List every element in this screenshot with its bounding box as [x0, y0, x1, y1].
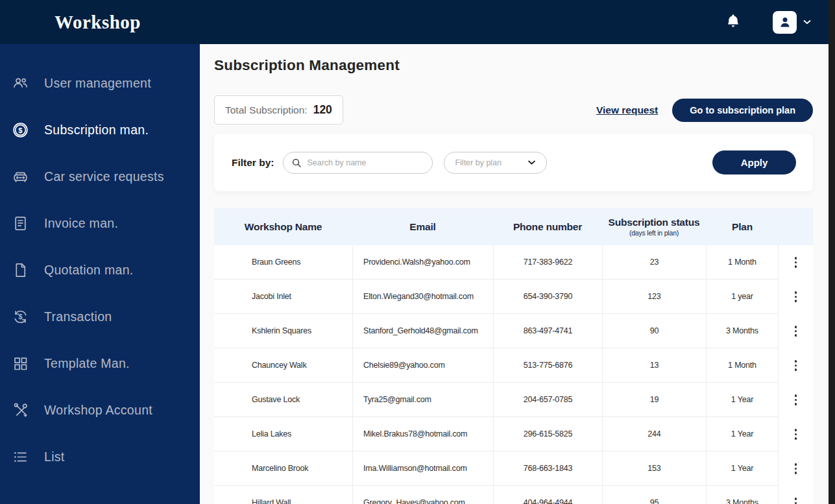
- total-subscription-value: 120: [313, 103, 332, 117]
- table-row: Marcelino Brook Ima.Williamson@hotmail.c…: [214, 451, 813, 486]
- table-body: Braun Greens Providenci.Walsh@yahoo.com …: [214, 245, 813, 504]
- go-to-subscription-plan-button[interactable]: Go to subscription plan: [672, 99, 813, 122]
- chevron-down-icon[interactable]: [803, 19, 812, 25]
- header-email: Email: [352, 221, 493, 233]
- template-icon: [12, 355, 29, 372]
- apply-button[interactable]: Apply: [712, 150, 796, 174]
- header-status-subtitle: (days left in plan): [602, 229, 706, 237]
- sidebar-item-car-service-requests[interactable]: Car service requests: [0, 153, 200, 200]
- sidebar-item-label: Transaction: [44, 309, 112, 324]
- page-title: Subscription Management: [214, 57, 813, 74]
- cell-email: Elton.Wiegand30@hotmail.com: [352, 280, 493, 314]
- table-row: Jacobi Inlet Elton.Wiegand30@hotmail.com…: [214, 280, 813, 314]
- bell-icon[interactable]: [725, 14, 742, 30]
- page-icon: [12, 261, 29, 279]
- sidebar-item-label: Template Man.: [44, 356, 130, 371]
- sidebar-item-list[interactable]: List: [0, 433, 200, 480]
- row-kebab-menu-icon[interactable]: [792, 459, 800, 477]
- main-content: Subscription Management Total Subscripti…: [200, 44, 829, 504]
- cell-email: Ima.Williamson@hotmail.com: [352, 451, 493, 486]
- cell-subscription-status: 123: [602, 280, 706, 314]
- sidebar-item-invoice-man[interactable]: Invoice man.: [0, 200, 200, 246]
- cell-plan: 3 Months: [706, 314, 779, 348]
- cell-phone-number: 654-390-3790: [493, 280, 602, 314]
- cell-workshop-name: Braun Greens: [214, 245, 352, 280]
- table-row: Lelia Lakes Mikel.Brakus78@hotmail.com 2…: [214, 417, 813, 451]
- search-input[interactable]: [307, 158, 417, 167]
- cell-phone-number: 717-383-9622: [493, 245, 602, 280]
- row-kebab-menu-icon[interactable]: [792, 322, 800, 340]
- sidebar-item-transaction[interactable]: $Transaction: [0, 293, 200, 340]
- transaction-icon: $: [12, 308, 29, 326]
- cell-subscription-status: 90: [602, 314, 706, 348]
- sidebar-item-label: User management: [44, 76, 151, 91]
- filter-by-label: Filter by:: [232, 157, 274, 169]
- cell-email: Providenci.Walsh@yahoo.com: [352, 245, 493, 280]
- user-avatar-icon[interactable]: [773, 11, 797, 34]
- sidebar-nav: User management$Subscription man.Car ser…: [0, 44, 200, 504]
- app-logo: Workshop: [54, 12, 141, 33]
- invoice-icon: [12, 215, 29, 232]
- cell-subscription-status: 19: [602, 383, 706, 417]
- header-phone-number: Phone number: [493, 221, 602, 233]
- sidebar-item-workshop-account[interactable]: Workshop Account: [0, 387, 200, 433]
- table-row: Hillard Wall Gregory_Hayes@yahoo.com 404…: [214, 486, 813, 504]
- view-request-link[interactable]: View request: [596, 104, 658, 116]
- car-icon: [12, 168, 29, 186]
- cell-workshop-name: Lelia Lakes: [214, 417, 352, 451]
- summary-row: Total Subscription: 120 View request Go …: [214, 95, 813, 125]
- cell-plan: 1 Year: [706, 383, 779, 417]
- cell-phone-number: 768-663-1843: [493, 451, 602, 486]
- cell-actions: [779, 348, 813, 383]
- header-subscription-status: Subscription status (days left in plan): [602, 217, 706, 237]
- total-subscription-label: Total Subscription:: [225, 104, 308, 116]
- cell-subscription-status: 13: [602, 348, 706, 383]
- table-row: Braun Greens Providenci.Walsh@yahoo.com …: [214, 245, 813, 280]
- cell-workshop-name: Chauncey Walk: [214, 348, 352, 383]
- cell-email: Chelsie89@yahoo.com: [352, 348, 493, 383]
- header-workshop-name: Workshop Name: [214, 221, 352, 233]
- cell-actions: [779, 245, 813, 280]
- cell-actions: [779, 280, 813, 314]
- cell-workshop-name: Kshlerin Squares: [214, 314, 352, 348]
- row-kebab-menu-icon[interactable]: [792, 390, 800, 409]
- search-by-name-field: [283, 152, 433, 174]
- cell-plan: 3 Months: [706, 486, 779, 504]
- cell-phone-number: 863-497-4741: [493, 314, 602, 348]
- sidebar-item-template-man[interactable]: Template Man.: [0, 340, 200, 387]
- row-kebab-menu-icon[interactable]: [792, 425, 800, 443]
- cell-plan: 1 Year: [706, 451, 779, 486]
- cell-plan: 1 Year: [706, 417, 779, 451]
- list-icon: [12, 448, 29, 466]
- cell-workshop-name: Jacobi Inlet: [214, 280, 352, 314]
- cell-workshop-name: Gustave Lock: [214, 383, 352, 417]
- sidebar-item-user-management[interactable]: User management: [0, 60, 200, 106]
- sidebar-item-label: Invoice man.: [44, 216, 118, 231]
- filter-by-plan-dropdown[interactable]: Filter by plan: [444, 152, 547, 174]
- table-row: Gustave Lock Tyra25@gmail.com 204-657-07…: [214, 383, 813, 417]
- sidebar-item-quotation-man[interactable]: Quotation man.: [0, 246, 200, 293]
- cell-email: Mikel.Brakus78@hotmail.com: [352, 417, 493, 451]
- top-bar: Workshop: [0, 0, 829, 44]
- sidebar-item-label: Subscription man.: [44, 123, 149, 138]
- cell-phone-number: 296-615-5825: [493, 417, 602, 451]
- cell-email: Stanford_Gerhold48@gmail.com: [352, 314, 493, 348]
- header-plan: Plan: [706, 221, 779, 233]
- filter-panel: Filter by: Filter by plan Appl: [214, 134, 813, 191]
- chevron-down-icon: [527, 160, 536, 165]
- table-row: Chauncey Walk Chelsie89@yahoo.com 513-77…: [214, 348, 813, 383]
- row-kebab-menu-icon[interactable]: [792, 494, 800, 504]
- sidebar-item-label: List: [44, 450, 65, 464]
- cell-subscription-status: 153: [602, 451, 706, 486]
- sidebar-item-subscription-man[interactable]: $Subscription man.: [0, 106, 200, 153]
- window-edge-strip: [829, 0, 835, 504]
- cell-actions: [779, 383, 813, 417]
- tools-icon: [12, 402, 29, 419]
- row-kebab-menu-icon[interactable]: [792, 253, 800, 271]
- row-kebab-menu-icon[interactable]: [792, 356, 800, 374]
- row-kebab-menu-icon[interactable]: [792, 287, 800, 306]
- cell-subscription-status: 23: [602, 245, 706, 280]
- app-window: Workshop User management$Subscrip: [0, 0, 835, 504]
- subscriptions-table: Workshop Name Email Phone number Subscri…: [214, 208, 813, 504]
- sidebar-item-label: Car service requests: [44, 169, 164, 184]
